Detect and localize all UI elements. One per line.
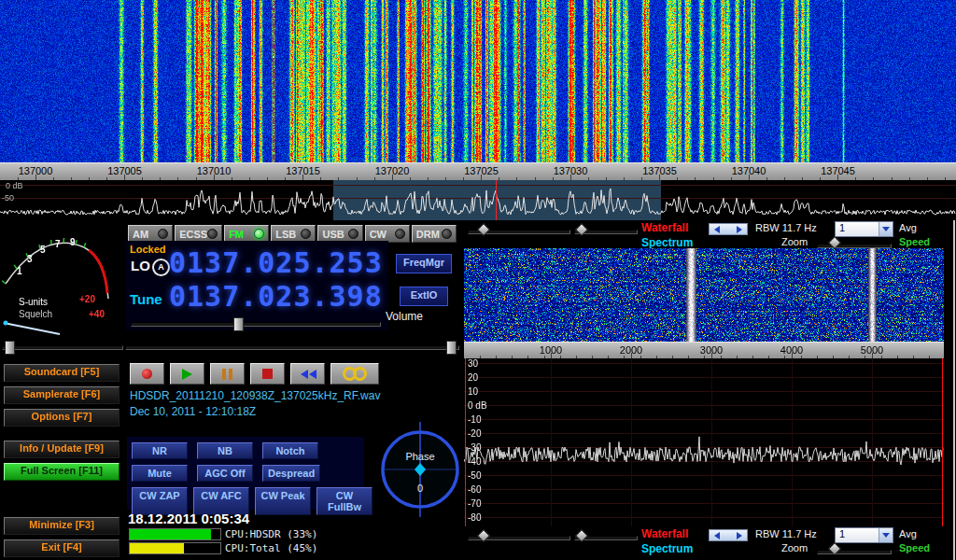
lower-zoom-label: Zoom <box>781 542 808 553</box>
main-frequency-scale[interactable]: 1370001370051370101370151370201370251370… <box>0 162 956 182</box>
mode-label: FM <box>229 229 244 240</box>
loop-button[interactable] <box>330 363 379 385</box>
sidebar-button-options[interactable]: Options [F7] <box>4 409 120 427</box>
freqmgr-button[interactable]: FreqMgr <box>396 254 452 273</box>
tune-label: Tune <box>130 291 162 307</box>
mode-button-drm[interactable]: DRM <box>412 225 457 243</box>
db-scale-label: -50 <box>468 470 481 481</box>
main-horizontal-slider-thumb[interactable] <box>446 341 457 355</box>
upper-waterfall-tab[interactable]: Waterfall <box>641 221 688 234</box>
upper-rbw-label: RBW 11.7 Hz <box>755 222 817 233</box>
stop-button[interactable] <box>250 363 285 385</box>
freq-scale-label: 137045 <box>821 165 855 176</box>
rewind-button[interactable] <box>290 363 325 385</box>
lower-waterfall-tab[interactable]: Waterfall <box>641 527 688 540</box>
upper-zoom-spin-control[interactable] <box>709 223 748 235</box>
upper-spectrum-tab[interactable]: Spectrum <box>641 236 693 249</box>
record-icon <box>142 369 152 379</box>
sidebar-button-minimize[interactable]: Minimize [F3] <box>4 517 120 535</box>
sidebar-button-exit[interactable]: Exit [F4] <box>4 539 120 557</box>
freq-scale-label: 137020 <box>375 165 410 176</box>
dsp-row-2: MuteAGC OffDespread <box>132 465 364 482</box>
db-scale-label: -30 <box>468 442 481 453</box>
dsp-panel: NRNBNotch MuteAGC OffDespread CW ZAPCW A… <box>127 437 364 510</box>
zoom-out-icon[interactable] <box>714 532 720 539</box>
zoom-waterfall-display[interactable] <box>464 248 944 342</box>
freq-scale-label: 3000 <box>700 344 723 356</box>
window-edge <box>953 220 955 560</box>
db-scale-label: -60 <box>468 484 481 495</box>
tune-frequency-display[interactable]: 0137.023.398 <box>169 282 383 312</box>
main-spectrum-panel[interactable]: 0 dB -50 <box>0 180 956 220</box>
playback-filename: HDSDR_20111210_120938Z_137025kHz_RF.wav <box>130 389 380 402</box>
main-waterfall-display[interactable] <box>0 0 956 162</box>
stop-icon <box>262 369 273 379</box>
main-horizontal-slider[interactable] <box>125 345 459 350</box>
freq-scale-label: 137000 <box>19 165 53 176</box>
play-button[interactable] <box>170 363 204 385</box>
db-scale-label: -20 <box>468 428 481 439</box>
meter-num: 7 <box>55 239 61 249</box>
zoom-in-icon[interactable] <box>737 226 742 233</box>
upper-avg-label: Avg <box>899 222 917 233</box>
led-on-icon <box>254 229 264 239</box>
lo-label: LO <box>131 258 150 273</box>
mode-label: LSB <box>275 229 296 240</box>
mode-label: ECSS <box>179 229 207 240</box>
extio-button[interactable]: ExtIO <box>400 287 448 306</box>
upper-avg-dropdown[interactable]: 1 <box>835 221 893 237</box>
phase-title: Phase <box>405 451 434 462</box>
freq-scale-label: 2000 <box>620 344 642 356</box>
db-scale-label: -70 <box>468 498 481 509</box>
lower-spectrum-tab[interactable]: Spectrum <box>641 542 693 555</box>
meter-num: 1 <box>17 266 22 276</box>
lo-frequency-display[interactable]: 0137.025.253 <box>169 248 383 278</box>
sidebar-button-info-update[interactable]: Info / Update [F9] <box>4 441 120 458</box>
hdsdr-app: 1370001370051370101370151370201370251370… <box>0 0 956 560</box>
sidebar-button-samplerate[interactable]: Samplerate [F6] <box>4 386 120 404</box>
dsp-button-despread[interactable]: Despread <box>262 465 320 482</box>
meter-over-20: +20 <box>79 294 95 304</box>
lower-speed-label: Speed <box>899 542 930 553</box>
lock-a-icon[interactable]: A <box>152 259 170 276</box>
lower-speed-slider[interactable] <box>817 550 892 554</box>
upper-display-controls: Waterfall RBW 11.7 Hz 1 Avg Spectrum Zoo… <box>464 220 956 250</box>
zoom-in-icon[interactable] <box>737 532 742 539</box>
avg-dropdown-value: 1 <box>836 222 879 236</box>
dsp-button-nr[interactable]: NR <box>132 442 188 459</box>
freq-scale-label: 137010 <box>197 165 232 176</box>
dropdown-arrow-icon[interactable] <box>879 222 893 236</box>
led-off-icon <box>158 229 168 239</box>
freq-scale-label: 5000 <box>861 344 883 356</box>
freq-scale-label: 137025 <box>464 165 499 176</box>
volume-slider[interactable] <box>131 322 381 327</box>
db-scale-label: -40 <box>468 456 481 467</box>
dsp-button-cw-fullbw[interactable]: CW FullBw <box>316 487 373 515</box>
s-meter: 1 3 5 7 9 +20 +40 S-units Squelch <box>0 224 121 340</box>
meter-over-40: +40 <box>89 309 105 319</box>
record-button[interactable] <box>130 363 164 385</box>
dsp-button-nb[interactable]: NB <box>197 442 253 459</box>
dsp-button-notch[interactable]: Notch <box>262 442 318 459</box>
lower-zoom-spin-control[interactable] <box>709 529 748 541</box>
dropdown-arrow-icon[interactable] <box>879 528 893 542</box>
squelch-slider[interactable] <box>2 345 123 350</box>
dsp-button-mute[interactable]: Mute <box>132 465 188 482</box>
sidebar-button-full-screen[interactable]: Full Screen [F11] <box>4 463 120 481</box>
led-off-icon <box>207 229 218 239</box>
playback-buttons <box>130 363 385 385</box>
meter-num: 3 <box>27 254 33 264</box>
squelch-slider-thumb[interactable] <box>5 341 15 355</box>
dsp-row-1: NRNBNotch <box>132 442 364 459</box>
dsp-button-cw-peak[interactable]: CW Peak <box>255 487 311 515</box>
pause-button[interactable] <box>210 363 245 385</box>
zoom-frequency-scale[interactable]: 10002000300040005000 <box>464 342 944 360</box>
play-icon <box>182 369 192 380</box>
sidebar-button-soundcard[interactable]: Soundcard [F5] <box>4 364 120 382</box>
volume-slider-thumb[interactable] <box>233 317 244 331</box>
zoom-out-icon[interactable] <box>714 226 720 233</box>
lower-avg-dropdown[interactable]: 1 <box>835 527 893 543</box>
zoom-spectrum-panel[interactable]: 3020100 dB-10-20-30-40-50-60-70-80 <box>464 358 944 526</box>
spectrum-0db-label: 0 dB <box>6 181 23 190</box>
dsp-button-agc-off[interactable]: AGC Off <box>197 465 253 482</box>
